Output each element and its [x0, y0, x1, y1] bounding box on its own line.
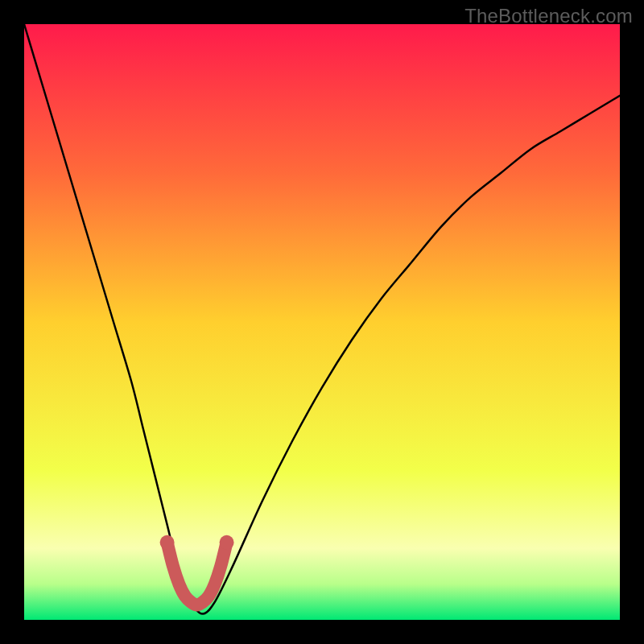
svg-point-2: [220, 535, 234, 550]
watermark: TheBottleneck.com: [464, 5, 633, 27]
bottleneck-curve: [24, 24, 620, 614]
optimal-band-points: [160, 535, 234, 550]
curve-layer: [24, 24, 620, 620]
svg-point-1: [160, 535, 175, 550]
chart-container: TheBottleneck.com: [0, 0, 644, 644]
plot-area: [24, 24, 620, 620]
